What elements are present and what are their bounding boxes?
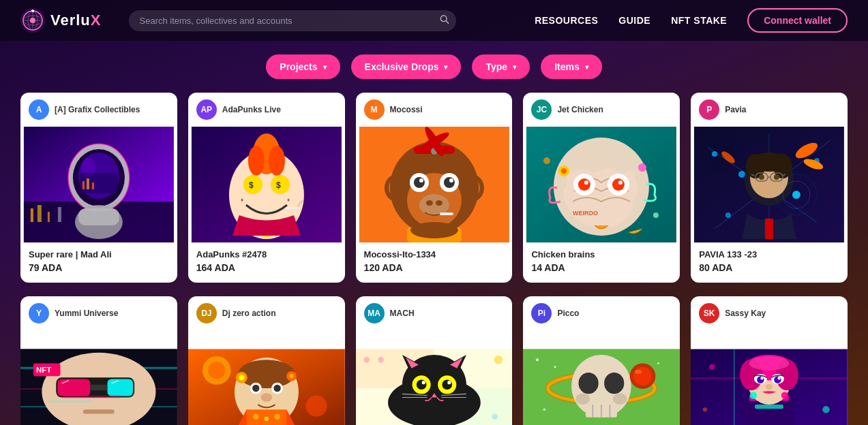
svg-point-58 <box>419 178 423 183</box>
card-1[interactable]: A [A] Grafix Collectibles <box>20 93 177 283</box>
card-9[interactable]: Pi Picco <box>523 296 680 425</box>
cards-grid-row2: Y Yummi Universe N <box>0 296 868 425</box>
svg-point-177 <box>613 393 627 405</box>
card-7[interactable]: DJ Dj zero action <box>188 296 345 425</box>
svg-point-208 <box>781 392 788 398</box>
svg-point-207 <box>750 392 757 398</box>
filter-type[interactable]: Type ▾ <box>472 54 530 79</box>
filter-projects[interactable]: Projects ▾ <box>266 54 340 79</box>
svg-point-76 <box>561 168 567 174</box>
svg-point-86 <box>738 171 745 178</box>
filter-bar: Projects ▾ Exclusive Drops ▾ Type ▾ Item… <box>0 41 868 93</box>
card-4-image: WEIRDO <box>523 127 680 242</box>
svg-text:$: $ <box>249 180 254 190</box>
card-8-header: MA MACH <box>356 296 513 330</box>
svg-point-205 <box>778 377 781 379</box>
svg-point-188 <box>543 408 546 411</box>
svg-rect-40 <box>286 207 298 209</box>
card-2[interactable]: AP AdaPunks Live <box>188 93 345 283</box>
svg-point-89 <box>725 212 731 218</box>
search-input[interactable] <box>129 10 456 31</box>
card-7-image <box>188 330 345 425</box>
svg-point-72 <box>612 178 625 191</box>
svg-point-186 <box>554 366 556 368</box>
svg-point-165 <box>363 357 369 362</box>
svg-point-209 <box>709 364 715 369</box>
svg-point-141 <box>253 414 258 420</box>
svg-rect-122 <box>83 409 115 413</box>
svg-line-9 <box>446 21 449 24</box>
svg-point-185 <box>536 358 539 361</box>
card-4-info: Chicken brains 14 ADA <box>523 242 680 283</box>
svg-rect-120 <box>63 395 121 398</box>
card-4[interactable]: JC Jet Chicken <box>523 93 680 283</box>
svg-point-184 <box>635 370 642 374</box>
svg-point-71 <box>578 178 590 191</box>
svg-rect-15 <box>58 207 61 222</box>
card-3[interactable]: M Mocossi <box>356 93 513 283</box>
card-5[interactable]: P Pavia <box>691 93 848 283</box>
svg-point-133 <box>252 385 259 392</box>
svg-point-59 <box>449 178 453 183</box>
filter-exclusive-drops[interactable]: Exclusive Drops ▾ <box>351 54 462 79</box>
svg-point-80 <box>653 212 659 218</box>
nav-nft-stake[interactable]: NFT STAKE <box>671 15 727 26</box>
card-2-info: AdaPunks #2478 164 ADA <box>188 242 345 283</box>
card-1-header: A [A] Grafix Collectibles <box>20 93 177 127</box>
card-3-header: M Mocossi <box>356 93 513 127</box>
card-5-header: P Pavia <box>691 93 848 127</box>
svg-rect-20 <box>80 173 118 193</box>
card-10[interactable]: SK Sassy Kay <box>691 296 848 425</box>
svg-point-202 <box>757 376 764 383</box>
card-5-collection: Pavia <box>725 105 746 114</box>
svg-point-130 <box>238 360 295 388</box>
svg-point-137 <box>239 375 244 380</box>
svg-rect-13 <box>38 205 42 222</box>
svg-rect-26 <box>78 208 119 225</box>
nav-guide[interactable]: GUIDE <box>618 15 650 26</box>
card-2-collection: AdaPunks Live <box>222 105 281 114</box>
card-8-collection: MACH <box>390 309 415 318</box>
logo[interactable]: VerluX <box>20 8 102 33</box>
svg-point-175 <box>604 373 624 394</box>
svg-point-139 <box>289 374 293 378</box>
svg-point-210 <box>822 406 829 413</box>
svg-point-128 <box>305 395 327 416</box>
nav-resources[interactable]: RESOURCES <box>535 15 598 26</box>
svg-point-61 <box>425 200 432 206</box>
svg-point-31 <box>269 146 285 176</box>
card-1-info: Super rare | Mad Ali 79 ADA <box>20 242 177 283</box>
svg-point-187 <box>657 362 659 364</box>
card-8[interactable]: MA MACH <box>356 296 513 425</box>
card-4-collection: Jet Chicken <box>557 105 603 114</box>
card-3-price: 120 ADA <box>364 262 505 273</box>
svg-point-7 <box>31 10 34 12</box>
card-5-image <box>691 127 848 242</box>
card-6[interactable]: Y Yummi Universe N <box>20 296 177 425</box>
card-10-collection: Sassy Kay <box>725 309 766 318</box>
svg-text:$: $ <box>276 180 281 190</box>
card-5-info: PAVIA 133 -23 80 ADA <box>691 242 848 283</box>
svg-point-143 <box>274 414 280 420</box>
card-3-image <box>356 127 513 242</box>
svg-rect-115 <box>57 379 90 396</box>
svg-point-74 <box>618 180 623 185</box>
svg-point-157 <box>442 379 452 390</box>
card-10-image <box>691 330 848 425</box>
card-5-title: PAVIA 133 -23 <box>699 249 839 259</box>
card-5-price: 80 ADA <box>699 262 839 273</box>
filter-items[interactable]: Items ▾ <box>541 54 602 79</box>
svg-point-73 <box>584 180 588 185</box>
svg-point-127 <box>208 362 225 379</box>
svg-point-167 <box>492 414 497 420</box>
card-1-collection: [A] Grafix Collectibles <box>55 105 140 114</box>
card-2-image: $ $ ♦ ♦ <box>188 127 345 242</box>
svg-point-158 <box>421 381 425 384</box>
card-3-title: Mocossi-Ito-1334 <box>364 249 505 259</box>
svg-text:WEIRDO: WEIRDO <box>573 210 598 217</box>
svg-rect-194 <box>755 405 783 409</box>
card-2-avatar: AP <box>196 99 217 120</box>
connect-wallet-button[interactable]: Connect wallet <box>747 8 848 33</box>
card-10-avatar: SK <box>699 303 719 324</box>
search-button[interactable] <box>440 15 449 27</box>
